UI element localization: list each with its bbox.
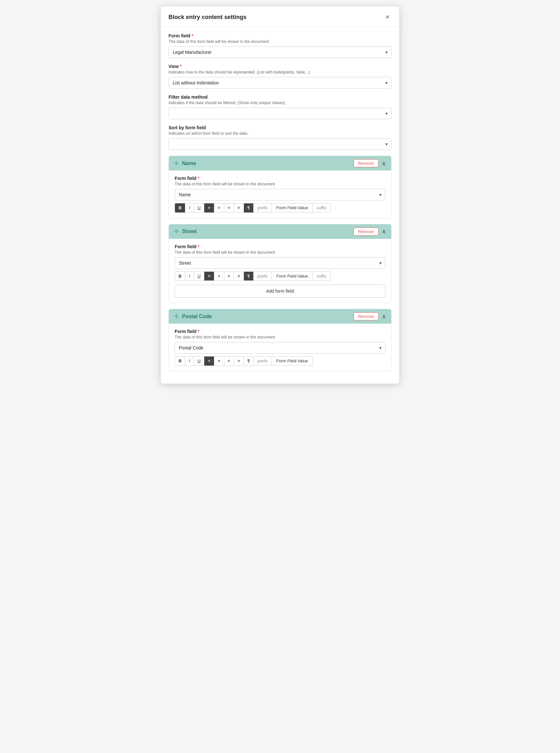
street-suffix-label: suffix	[313, 272, 331, 281]
sort-desc: Indicates on which form field to sort th…	[168, 131, 392, 136]
street-prefix-label: prefix	[254, 272, 272, 281]
view-label: View *	[168, 64, 392, 69]
name-form-field-label: Form field *	[175, 176, 385, 181]
name-suffix-label: suffix	[313, 203, 331, 213]
modal-body: Form field * The data of this form field…	[161, 27, 399, 383]
postal-form-field-label: Form field *	[175, 329, 385, 334]
street-toolbar: B I U ≡ ≡ ≡ ≡ ¶ prefix Form Field Value …	[175, 272, 385, 281]
postal-code-block-body: Form field * The data of this form field…	[169, 324, 391, 371]
street-select[interactable]: Street	[175, 257, 385, 269]
postal-drag-icon[interactable]: ✛	[174, 313, 179, 320]
name-align-left-btn[interactable]: ≡	[204, 203, 214, 213]
name-align-justify-btn[interactable]: ≡	[224, 203, 234, 213]
sort-label: Sort by form field	[168, 125, 392, 130]
filter-section: Filter data method Indicates if the data…	[168, 95, 392, 119]
add-form-field-button[interactable]: Add form field	[175, 285, 385, 298]
drag-icon[interactable]: ✛	[174, 160, 179, 167]
name-paragraph-btn[interactable]: ¶	[244, 203, 254, 213]
postal-align-justify-btn[interactable]: ≡	[224, 356, 234, 366]
filter-label: Filter data method	[168, 95, 392, 100]
name-select[interactable]: Name	[175, 189, 385, 200]
name-block-header: ✛ Name Remove ∧	[169, 156, 391, 171]
postal-field-value-label: Form Field Value	[272, 356, 313, 365]
street-remove-button[interactable]: Remove	[354, 227, 379, 236]
street-italic-btn[interactable]: I	[185, 272, 194, 281]
street-bold-btn[interactable]: B	[175, 272, 185, 281]
modal: Block entry content settings × Form fiel…	[161, 6, 399, 383]
postal-italic-btn[interactable]: I	[185, 356, 194, 366]
postal-toolbar: B I U ≡ ≡ ≡ ≡ ¶ prefix Form Field Value	[175, 356, 385, 366]
name-block-title: Name	[182, 160, 196, 166]
modal-header: Block entry content settings ×	[161, 6, 399, 27]
name-toolbar: B I U ≡ ≡ ≡ ≡ ¶ prefix Form Field Value …	[175, 203, 385, 213]
close-button[interactable]: ×	[383, 13, 392, 21]
postal-collapse-button[interactable]: ∧	[382, 314, 386, 319]
view-select[interactable]: List without Indentation	[168, 77, 392, 88]
form-field-label: Form field *	[168, 33, 392, 38]
form-field-select[interactable]: Legal Manufacturer	[168, 46, 392, 58]
street-block-title: Street	[182, 229, 197, 234]
postal-select[interactable]: Postal Code	[175, 342, 385, 354]
name-bold-btn[interactable]: B	[175, 203, 185, 213]
postal-form-field-desc: The data of this form field will be show…	[175, 335, 385, 339]
street-field-value-label: Form Field Value	[272, 272, 313, 281]
form-field-select-wrapper: Legal Manufacturer ▾	[168, 46, 392, 58]
postal-align-center-btn[interactable]: ≡	[214, 356, 224, 366]
postal-select-wrapper: Postal Code ▾	[175, 342, 385, 354]
postal-remove-button[interactable]: Remove	[354, 312, 379, 320]
postal-align-right-btn[interactable]: ≡	[234, 356, 244, 366]
street-block: ✛ Street Remove ∧ Form field * The data …	[168, 224, 392, 303]
sort-section: Sort by form field Indicates on which fo…	[168, 125, 392, 150]
sort-select[interactable]	[168, 138, 392, 150]
street-block-header-right: Remove ∧	[354, 227, 386, 236]
street-select-wrapper: Street ▾	[175, 257, 385, 269]
filter-select-wrapper: ▾	[168, 108, 392, 119]
modal-title: Block entry content settings	[168, 14, 246, 21]
name-block-header-left: ✛ Name	[174, 160, 196, 167]
form-field-desc: The data of this form field will be show…	[168, 39, 392, 44]
street-align-justify-btn[interactable]: ≡	[224, 272, 234, 281]
name-italic-btn[interactable]: I	[185, 203, 194, 213]
postal-code-block-header-left: ✛ Postal Code	[174, 313, 212, 320]
street-form-field-desc: The data of this form field will be show…	[175, 250, 385, 255]
street-block-header-left: ✛ Street	[174, 228, 197, 235]
postal-prefix-label: prefix	[254, 356, 272, 365]
postal-paragraph-btn[interactable]: ¶	[244, 356, 254, 366]
postal-underline-btn[interactable]: U	[194, 356, 204, 366]
postal-code-block-title: Postal Code	[182, 314, 212, 319]
street-block-body: Form field * The data of this form field…	[169, 239, 391, 303]
name-prefix-label: prefix	[254, 203, 272, 213]
street-block-header: ✛ Street Remove ∧	[169, 224, 391, 239]
postal-code-block: ✛ Postal Code Remove ∧ Form field * The …	[168, 309, 392, 371]
street-form-field-label: Form field *	[175, 244, 385, 249]
view-desc: Indicates how to the data should be repr…	[168, 70, 392, 75]
name-block-header-right: Remove ∧	[354, 159, 386, 167]
postal-code-block-header: ✛ Postal Code Remove ∧	[169, 309, 391, 324]
name-block-body: Form field * The data of this form field…	[169, 171, 391, 218]
view-section: View * Indicates how to the data should …	[168, 64, 392, 88]
name-form-field-desc: The data of this form field will be show…	[175, 182, 385, 186]
filter-select[interactable]	[168, 108, 392, 119]
form-field-section: Form field * The data of this form field…	[168, 33, 392, 58]
name-align-right-btn[interactable]: ≡	[234, 203, 244, 213]
postal-align-left-btn[interactable]: ≡	[204, 356, 214, 366]
street-underline-btn[interactable]: U	[194, 272, 204, 281]
filter-desc: Indicates if the data should be filtered…	[168, 101, 392, 105]
name-align-center-btn[interactable]: ≡	[214, 203, 224, 213]
name-select-wrapper: Name ▾	[175, 189, 385, 200]
view-select-wrapper: List without Indentation ▾	[168, 77, 392, 88]
name-block: ✛ Name Remove ∧ Form field * The data of…	[168, 156, 392, 218]
postal-bold-btn[interactable]: B	[175, 356, 185, 366]
street-align-right-btn[interactable]: ≡	[234, 272, 244, 281]
street-collapse-button[interactable]: ∧	[382, 229, 386, 234]
postal-code-block-header-right: Remove ∧	[354, 312, 386, 320]
street-align-center-btn[interactable]: ≡	[214, 272, 224, 281]
street-align-left-btn[interactable]: ≡	[204, 272, 214, 281]
name-field-value-label: Form Field Value	[272, 203, 313, 213]
name-collapse-button[interactable]: ∧	[382, 160, 386, 166]
sort-select-wrapper: ▾	[168, 138, 392, 150]
street-drag-icon[interactable]: ✛	[174, 228, 179, 235]
name-remove-button[interactable]: Remove	[354, 159, 379, 167]
street-paragraph-btn[interactable]: ¶	[244, 272, 254, 281]
name-underline-btn[interactable]: U	[194, 203, 204, 213]
